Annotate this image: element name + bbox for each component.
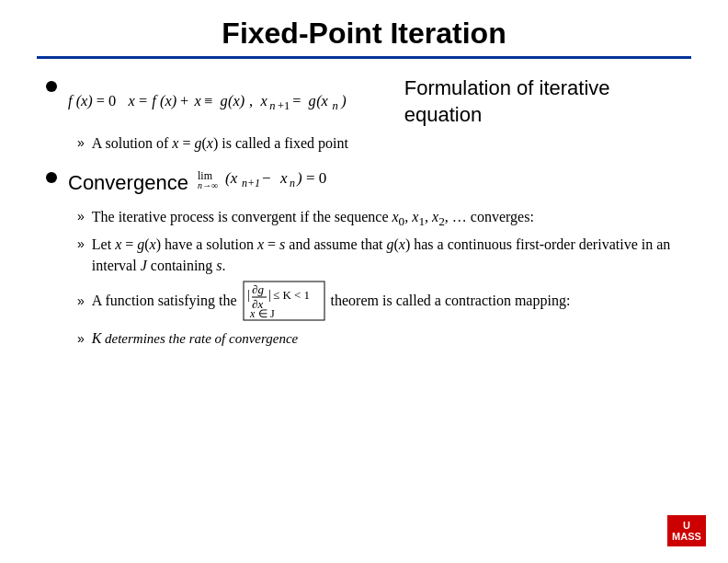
contraction-formula-svg: | ∂g ∂x | ≤ K < 1 x ∈ J	[243, 281, 325, 321]
svg-text:∈ J: ∈ J	[258, 307, 275, 320]
svg-text:n: n	[290, 177, 295, 190]
umass-logo: U MASS	[667, 515, 711, 552]
svg-text:(x): (x)	[76, 91, 93, 109]
rate-formula-svg: determines the rate of convergence	[105, 327, 302, 350]
svg-text:x: x	[127, 91, 135, 109]
svg-text:(x): (x)	[228, 91, 245, 109]
bullet1-subitems: » A solution of x = g(x) is called a fix…	[77, 133, 682, 154]
svg-text:x: x	[249, 307, 256, 320]
sub-item-2-3: » A function satisfying the | ∂g ∂x	[77, 281, 682, 321]
sub-item-2-2: » Let x = g(x) have a solution x = s and…	[77, 235, 682, 276]
title-divider	[37, 56, 691, 59]
svg-text:=: =	[292, 91, 301, 109]
svg-text:): )	[296, 169, 302, 187]
svg-text:g: g	[220, 91, 227, 109]
svg-text:−: −	[262, 169, 271, 187]
chevron-icon-2-4: »	[77, 330, 85, 349]
sub-item-2-4: » K determines the rate of convergence	[77, 327, 682, 350]
svg-text:(x: (x	[225, 169, 238, 187]
svg-text:f: f	[152, 91, 158, 109]
svg-text:≡: ≡	[204, 91, 212, 109]
sub-item-2-1: » The iterative process is convergent if…	[77, 207, 682, 231]
sub-text-2-2: Let x = g(x) have a solution x = s and a…	[92, 235, 682, 276]
bullet-dot-2	[46, 172, 57, 183]
sub-text-2-1: The iterative process is convergent if t…	[92, 207, 682, 231]
bullet-main-2: Convergence lim n→∞ (x n+1 − x n ) = 0	[68, 167, 682, 201]
bullet-main-1: f (x) = 0 x = f (x) + x ≡ g (x) , x	[68, 75, 682, 128]
svg-text:n→∞: n→∞	[198, 180, 218, 190]
svg-text:= 0: = 0	[97, 91, 116, 109]
sub-text-2-4: K determines the rate of convergence	[92, 327, 682, 350]
svg-text:n: n	[269, 98, 275, 111]
chevron-icon-2-3: »	[77, 293, 85, 311]
svg-text:f: f	[68, 91, 74, 109]
svg-text:n+1: n+1	[242, 177, 260, 190]
chevron-icon-2-1: »	[77, 208, 85, 226]
svg-text:n: n	[333, 98, 338, 111]
slide-title: Fixed-Point Iteration	[37, 17, 691, 51]
bullet-item-1: f (x) = 0 x = f (x) + x ≡ g (x) , x	[46, 75, 682, 159]
svg-text:|: |	[247, 288, 250, 302]
svg-text:(x: (x	[316, 91, 328, 109]
bullet-dot-1	[46, 81, 57, 92]
convergence-label: Convergence	[68, 170, 188, 197]
bullet1-text: Formulation of iterative equation	[404, 75, 682, 128]
chevron-icon-2-2: »	[77, 236, 85, 254]
svg-text:=: =	[139, 91, 147, 109]
sub-text-2-3: A function satisfying the | ∂g ∂x | ≤	[92, 281, 682, 321]
slide-content: f (x) = 0 x = f (x) + x ≡ g (x) , x	[37, 75, 691, 355]
svg-text:+1: +1	[278, 98, 290, 111]
formula-svg-1: f (x) = 0 x = f (x) + x ≡ g (x) , x	[68, 87, 395, 117]
sub-item-1-1: » A solution of x = g(x) is called a fix…	[77, 133, 682, 154]
svg-text:|: |	[268, 288, 271, 302]
limit-formula-svg: lim n→∞ (x n+1 − x n ) = 0	[198, 167, 354, 201]
svg-text:≤ K < 1: ≤ K < 1	[273, 288, 310, 302]
chevron-icon-1-1: »	[77, 134, 85, 153]
svg-text:g: g	[309, 91, 316, 109]
sub-text-1-1: A solution of x = g(x) is called a fixed…	[92, 133, 682, 154]
svg-text:x: x	[260, 91, 268, 109]
svg-text:): )	[340, 91, 346, 109]
svg-text:x: x	[194, 91, 202, 109]
svg-text:determines the rate of converg: determines the rate of convergence	[105, 331, 299, 346]
logo-text: U MASS	[672, 520, 701, 542]
svg-text:= 0: = 0	[306, 169, 326, 187]
svg-text:(x): (x)	[160, 91, 176, 109]
bullet-item-2: Convergence lim n→∞ (x n+1 − x n ) = 0	[46, 167, 682, 356]
bullet-content-2: Convergence lim n→∞ (x n+1 − x n ) = 0	[68, 167, 682, 356]
svg-text:+: +	[180, 91, 188, 109]
bullet-content-1: f (x) = 0 x = f (x) + x ≡ g (x) , x	[68, 75, 682, 159]
logo-box: U MASS	[667, 515, 706, 546]
svg-text:,: ,	[249, 91, 253, 109]
svg-text:∂g: ∂g	[252, 282, 264, 296]
svg-text:x: x	[279, 169, 288, 187]
bullet2-subitems: » The iterative process is convergent if…	[77, 207, 682, 351]
